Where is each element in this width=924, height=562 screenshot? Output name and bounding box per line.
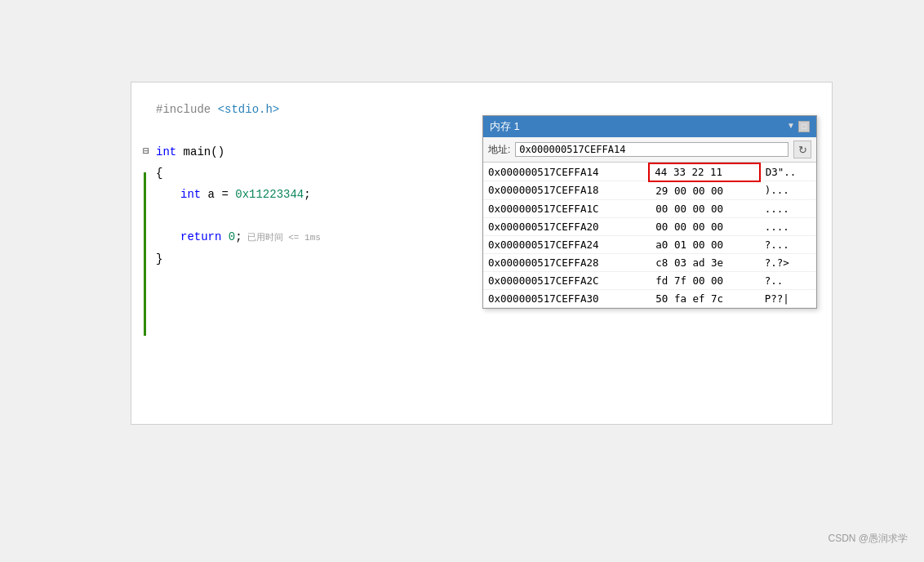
zero-value: 0 — [229, 228, 235, 246]
memory-row-4: 0x000000517CEFFA24a0 01 00 00?... — [483, 235, 816, 253]
open-brace: { — [156, 164, 162, 182]
restore-button[interactable]: □ — [798, 121, 810, 132]
mem-bytes-3: 00 00 00 00 — [649, 217, 759, 235]
refresh-icon: ↻ — [798, 144, 807, 156]
mem-chars-2: .... — [760, 199, 816, 217]
memory-row-3: 0x000000517CEFFA2000 00 00 00.... — [483, 217, 816, 235]
mem-chars-6: ?.. — [760, 271, 816, 289]
mem-addr-3: 0x000000517CEFFA20 — [483, 217, 649, 235]
semicolon-2: ; — [235, 228, 242, 246]
mem-addr-5: 0x000000517CEFFA28 — [483, 253, 649, 271]
refresh-button[interactable]: ↻ — [793, 140, 811, 158]
memory-table: 0x000000517CEFFA1444 33 22 11D3"..0x0000… — [483, 163, 816, 308]
memory-title: 内存 1 — [490, 119, 520, 134]
main-area: #include <stdio.h> ⊟ int main() { int a … — [131, 82, 833, 425]
mem-addr-2: 0x000000517CEFFA1C — [483, 199, 649, 217]
code-line-8: } — [131, 248, 491, 270]
mem-chars-4: ?... — [760, 235, 816, 253]
line-indicator — [144, 172, 146, 336]
mem-chars-1: )... — [760, 181, 816, 200]
mem-addr-1: 0x000000517CEFFA18 — [483, 181, 649, 200]
mem-bytes-2: 00 00 00 00 — [649, 199, 759, 217]
code-line-3: ⊟ int main() — [131, 141, 491, 163]
mem-chars-3: .... — [760, 217, 816, 235]
return-keyword: return — [180, 228, 221, 246]
mem-bytes-7: 50 fa ef 7c — [649, 289, 759, 307]
code-line-6 — [131, 205, 491, 226]
mem-addr-6: 0x000000517CEFFA2C — [483, 271, 649, 289]
mem-addr-7: 0x000000517CEFFA30 — [483, 289, 649, 307]
memory-window: 内存 1 ▼ □ 地址: ↻ 0x000000517CEFFA1444 33 2… — [482, 115, 817, 309]
semicolon-1: ; — [304, 185, 310, 203]
address-input[interactable] — [515, 142, 789, 157]
mem-bytes-4: a0 01 00 00 — [649, 235, 759, 253]
collapse-icon: ⊟ — [143, 143, 149, 161]
int-keyword: int — [156, 143, 176, 161]
mem-chars-7: P??| — [760, 289, 816, 307]
memory-table-body: 0x000000517CEFFA1444 33 22 11D3"..0x0000… — [483, 163, 816, 307]
code-line-5: int a = 0x11223344; — [131, 184, 491, 205]
include-keyword: #include — [156, 100, 218, 118]
mem-addr-4: 0x000000517CEFFA24 — [483, 235, 649, 253]
main-func: main() — [176, 143, 224, 161]
code-line-4: { — [131, 163, 491, 184]
code-line-7: return 0;已用时间 <= 1ms — [131, 226, 491, 248]
memory-address-bar: 地址: ↻ — [483, 137, 816, 163]
mem-chars-0: D3".. — [760, 163, 816, 181]
memory-row-6: 0x000000517CEFFA2Cfd 7f 00 00?.. — [483, 271, 816, 289]
dropdown-icon[interactable]: ▼ — [787, 121, 795, 132]
mem-chars-5: ?.?> — [760, 253, 816, 271]
memory-row-7: 0x000000517CEFFA3050 fa ef 7cP??| — [483, 289, 816, 307]
return-value — [221, 228, 228, 246]
var-a: a = — [201, 185, 235, 203]
int-keyword-2: int — [180, 185, 201, 203]
titlebar-controls: ▼ □ — [787, 121, 810, 132]
code-line-2 — [131, 120, 491, 141]
mem-bytes-1: 29 00 00 00 — [649, 181, 759, 200]
watermark: CSDN @愚润求学 — [828, 532, 908, 546]
mem-bytes-6: fd 7f 00 00 — [649, 271, 759, 289]
hex-value: 0x11223344 — [235, 185, 304, 203]
memory-row-0: 0x000000517CEFFA1444 33 22 11D3".. — [483, 163, 816, 181]
mem-bytes-5: c8 03 ad 3e — [649, 253, 759, 271]
memory-row-1: 0x000000517CEFFA1829 00 00 00)... — [483, 181, 816, 200]
memory-row-2: 0x000000517CEFFA1C00 00 00 00.... — [483, 199, 816, 217]
mem-addr-0: 0x000000517CEFFA14 — [483, 163, 649, 181]
mem-bytes-0: 44 33 22 11 — [649, 163, 759, 181]
address-label: 地址: — [488, 143, 510, 157]
memory-row-5: 0x000000517CEFFA28c8 03 ad 3e?.?> — [483, 253, 816, 271]
time-hint: 已用时间 <= 1ms — [247, 229, 321, 247]
include-lib: <stdio.h> — [218, 100, 280, 118]
code-line-1: #include <stdio.h> — [131, 99, 491, 120]
close-brace: } — [156, 250, 162, 268]
memory-titlebar: 内存 1 ▼ □ — [483, 116, 816, 137]
code-editor: #include <stdio.h> ⊟ int main() { int a … — [131, 83, 491, 424]
